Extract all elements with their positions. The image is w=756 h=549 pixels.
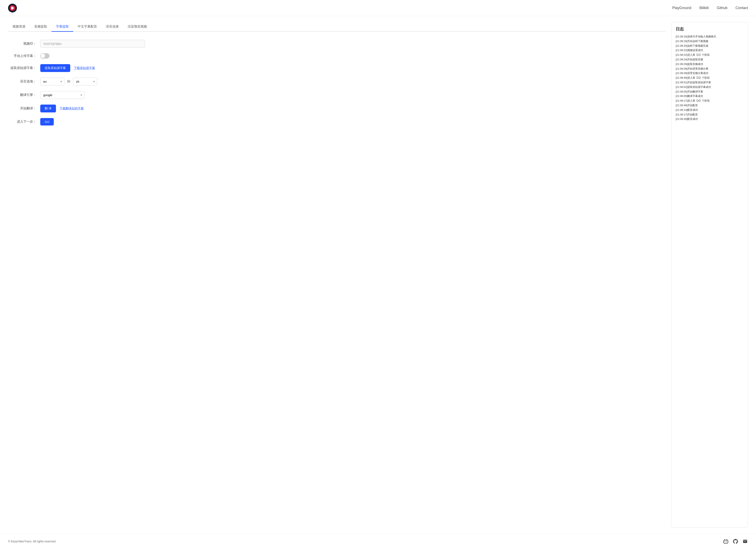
log-entry: [21:08:22]进入第【2】个阶段 [676, 53, 744, 57]
manual-upload-row: 手动上传字幕： [8, 53, 665, 59]
nav-contact[interactable]: Contact [735, 6, 748, 10]
log-entry: [21:08:14]配音成功 [676, 108, 744, 112]
tab-chinese-dub[interactable]: 中文字幕配音 [73, 22, 101, 32]
video-id-input[interactable] [40, 40, 145, 48]
download-source-link[interactable]: 下载原始源字幕 [74, 66, 95, 70]
mail-icon[interactable] [742, 539, 748, 544]
header: PlayGround Bilibili Github Contact [0, 0, 756, 16]
extract-source-button[interactable]: 提取原始源字幕 [40, 64, 70, 72]
translate-engine-select[interactable]: google deepl baidu youdao [40, 91, 85, 99]
log-entry: [21:08:24]开始提取音频 [676, 58, 744, 62]
nav-playground[interactable]: PlayGround [672, 6, 691, 10]
translate-button[interactable]: 翻 译 [40, 105, 56, 112]
tab-audio-extract[interactable]: 音频提取 [30, 22, 52, 32]
footer-icons [723, 539, 748, 544]
log-entry: [21:08:26]提取音频成功 [676, 62, 744, 66]
next-step-label: 进入下一步： [8, 120, 40, 124]
log-entry: [21:08:18]开始远程下载视频 [676, 39, 744, 43]
log-entry: [21:08:17]开始配音 [676, 113, 744, 117]
lang-options-controls: en zh ja ko fr de es ▼ 到 zh [40, 78, 97, 86]
log-entry: [21:08:51]开始提取原始源字幕 [676, 80, 744, 85]
manual-upload-label: 手动上传字幕： [8, 54, 40, 58]
log-entry: [21:08:16]选择为手动输入视频模式 [676, 35, 744, 39]
footer-copyright: © EasyVideoTrans. All rights reserved. [8, 540, 56, 543]
log-entry: [21:08:17]进入第【4】个阶段 [676, 99, 744, 103]
log-entry: [21:08:28]开始背景音频分离 [676, 67, 744, 71]
log-entries: [21:08:16]选择为手动输入视频模式[21:08:18]开始远程下载视频[… [676, 35, 744, 121]
translate-engine-label: 翻译引擎： [8, 93, 40, 97]
video-id-control [40, 40, 145, 48]
manual-upload-toggle[interactable] [40, 53, 50, 59]
lang-to-wrapper: zh en ja ko fr de es ▼ [73, 78, 97, 86]
github-icon[interactable] [733, 539, 738, 544]
translate-controls: 翻 译 下载翻译后的字幕 [40, 105, 84, 112]
tab-render-preview[interactable]: 渲染预览视频 [123, 22, 151, 32]
main-nav: PlayGround Bilibili Github Contact [672, 6, 748, 10]
extract-source-label: 提取原始源字幕： [8, 66, 40, 70]
content-area: 视频资源 音频提取 字幕提取 中文字幕配音 语音连接 渲染预览视频 视频ID： … [8, 22, 665, 527]
tab-video-resource[interactable]: 视频资源 [8, 22, 30, 32]
log-entry: [21:08:26]配音成功 [676, 117, 744, 121]
log-entry: [21:08:20]远程下载视频完成 [676, 44, 744, 48]
footer: © EasyVideoTrans. All rights reserved. [0, 534, 756, 549]
start-translate-row: 开始翻译： 翻 译 下载翻译后的字幕 [8, 105, 665, 112]
tab-bar: 视频资源 音频提取 字幕提取 中文字幕配音 语音连接 渲染预览视频 [8, 22, 665, 32]
log-title: 日志 [676, 26, 744, 32]
log-entry: [21:08:22]视频设置成功 [676, 48, 744, 53]
bilibili-icon[interactable] [723, 539, 729, 544]
tab-subtitle-extract[interactable]: 字幕提取 [52, 22, 73, 32]
logo-area [8, 4, 17, 12]
log-panel: 日志 [21:08:16]选择为手动输入视频模式[21:08:18]开始远程下载… [671, 22, 748, 527]
main-content: 视频资源 音频提取 字幕提取 中文字幕配音 语音连接 渲染预览视频 视频ID： … [0, 16, 756, 534]
log-entry: [21:08:05]开始翻译字幕 [676, 90, 744, 94]
toggle-thumb [41, 54, 45, 58]
lang-to-label: 到 [67, 80, 70, 84]
nav-bilibili[interactable]: Bilibili [699, 6, 709, 10]
go-button[interactable]: GO [40, 118, 54, 126]
log-entry: [21:08:49]进入第【3】个阶段 [676, 76, 744, 80]
translate-engine-wrapper: google deepl baidu youdao ▼ [40, 91, 85, 99]
translate-engine-row: 翻译引擎： google deepl baidu youdao ▼ [8, 91, 665, 99]
lang-to-select[interactable]: zh en ja ko fr de es [73, 78, 97, 86]
video-id-row: 视频ID： [8, 40, 665, 48]
next-step-row: 进入下一步： GO [8, 118, 665, 126]
log-entry: [21:08:49]开始配音 [676, 103, 744, 108]
log-entry: [21:08:38]背景音频分离成功 [676, 71, 744, 75]
download-translated-link[interactable]: 下载翻译后的字幕 [60, 107, 84, 110]
tab-voice-connect[interactable]: 语音连接 [101, 22, 123, 32]
extract-source-controls: 提取原始源字幕 下载原始源字幕 [40, 64, 95, 72]
nav-github[interactable]: Github [717, 6, 727, 10]
lang-options-label: 语言选项： [8, 79, 40, 84]
manual-upload-toggle-wrapper [40, 53, 50, 59]
extract-source-row: 提取原始源字幕： 提取原始源字幕 下载原始源字幕 [8, 64, 665, 72]
log-entry: [21:08:02]提取原始源字幕成功 [676, 85, 744, 89]
log-entry: [21:08:05]翻译字幕成功 [676, 94, 744, 98]
lang-from-wrapper: en zh ja ko fr de es ▼ [40, 78, 64, 86]
video-id-label: 视频ID： [8, 42, 40, 46]
form-section: 视频ID： 手动上传字幕： 提取原始源字幕： 提取原始源字幕 [8, 38, 665, 133]
start-translate-label: 开始翻译： [8, 106, 40, 111]
lang-from-select[interactable]: en zh ja ko fr de es [40, 78, 64, 86]
logo-icon [8, 4, 17, 12]
lang-options-row: 语言选项： en zh ja ko fr de es ▼ [8, 78, 665, 86]
